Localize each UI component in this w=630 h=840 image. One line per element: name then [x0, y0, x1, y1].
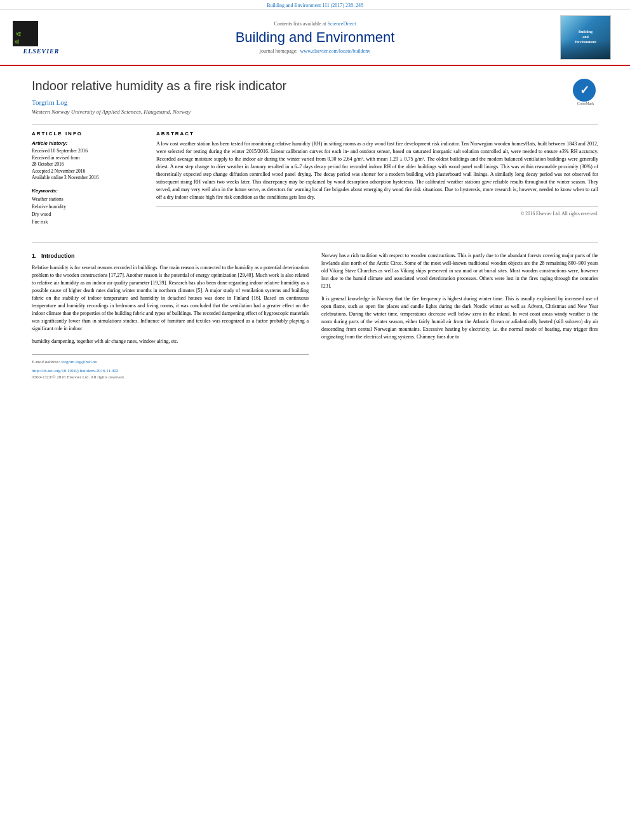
abstract-text: A low cost weather station has been test… [156, 140, 598, 201]
article-info-panel: ARTICLE INFO Article history: Received 1… [32, 131, 146, 232]
keyword-1: Weather stations [32, 196, 146, 203]
article-info-abstract: ARTICLE INFO Article history: Received 1… [32, 124, 598, 232]
article-keywords: Keywords: Weather stations Relative humi… [32, 188, 146, 226]
crossmark-label: CrossMark [573, 102, 598, 105]
footer-email-label: E-mail address: [32, 359, 60, 364]
section-divider [32, 243, 598, 243]
footer-doi[interactable]: http://dx.doi.org/10.1016/j.buildenv.201… [32, 368, 309, 375]
keyword-2: Relative humidity [32, 203, 146, 211]
intro-para1-cont: humidity dampening, together with air ch… [32, 338, 309, 345]
abstract-panel: ABSTRACT A low cost weather station has … [156, 131, 598, 232]
sciencedirect-link[interactable]: ScienceDirect [328, 21, 356, 27]
svg-text:🌿: 🌿 [15, 39, 20, 44]
journal-homepage-link[interactable]: www.elsevier.com/locate/buildenv [300, 48, 371, 54]
svg-text:🌿: 🌿 [16, 31, 22, 37]
intro-para1: Relative humidity is for several reasons… [32, 264, 309, 333]
keyword-3: Dry wood [32, 211, 146, 218]
footer-email[interactable]: torgrim.log@hsh.no [61, 359, 97, 364]
paper-title: Indoor relative humidity as a fire risk … [32, 79, 598, 93]
journal-center: Contents lists available at ScienceDirec… [70, 21, 560, 54]
accepted-date: Accepted 2 November 2016 [32, 168, 146, 175]
journal-cover-image: Building and Environment [560, 15, 617, 60]
main-col-left: 1. Introduction Relative humidity is for… [32, 252, 309, 381]
elsevier-text: ELSEVIER [13, 48, 70, 55]
journal-title: Building and Environment [70, 29, 560, 46]
available-date: Available online 3 November 2016 [32, 175, 146, 182]
journal-homepage-line: journal homepage: www.elsevier.com/locat… [70, 48, 560, 54]
main-body: 1. Introduction Relative humidity is for… [32, 252, 598, 381]
crossmark-badge: ✓ CrossMark [573, 79, 598, 104]
main-col-right: Norway has a rich tradition with respect… [321, 252, 598, 381]
journal-header: 🌿 🌿 ELSEVIER Contents lists available at… [0, 10, 630, 66]
keywords-label: Keywords: [32, 188, 146, 194]
journal-citation-text: Building and Environment 111 (2017) 238–… [267, 3, 363, 8]
copyright-line: © 2016 Elsevier Ltd. All rights reserved… [156, 206, 598, 217]
journal-citation-bar: Building and Environment 111 (2017) 238–… [0, 0, 630, 10]
article-history-label: Article history: [32, 140, 146, 146]
introduction-heading: 1. Introduction [32, 252, 309, 261]
abstract-heading: ABSTRACT [156, 131, 598, 137]
footer-issn: 0360-1323/© 2016 Elsevier Ltd. All right… [32, 374, 309, 381]
keyword-4: Fire risk [32, 218, 146, 226]
intro-col2-para2: It is general knowledge in Norway that t… [321, 295, 598, 341]
elsevier-logo: 🌿 🌿 ELSEVIER [13, 21, 70, 55]
paper-author: Torgrim Log [32, 98, 598, 106]
crossmark-icon: ✓ [580, 83, 589, 97]
intro-col2-para1: Norway has a rich tradition with respect… [321, 252, 598, 290]
received-date: Received 10 September 2016 [32, 148, 146, 155]
cover-label: Building and Environment [572, 27, 599, 47]
paper-affiliation: Western Norway University of Applied Sci… [32, 109, 598, 115]
paper-footer: E-mail address: torgrim.log@hsh.no http:… [32, 354, 309, 381]
article-info-heading: ARTICLE INFO [32, 131, 146, 137]
received-revised-date: Received in revised form 28 October 2016 [32, 155, 146, 168]
paper-container: ✓ CrossMark Indoor relative humidity as … [0, 66, 630, 394]
sciencedirect-line: Contents lists available at ScienceDirec… [70, 21, 560, 27]
footer-email-line: E-mail address: torgrim.log@hsh.no [32, 359, 309, 366]
keywords-list: Weather stations Relative humidity Dry w… [32, 196, 146, 226]
article-history: Article history: Received 10 September 2… [32, 140, 146, 182]
